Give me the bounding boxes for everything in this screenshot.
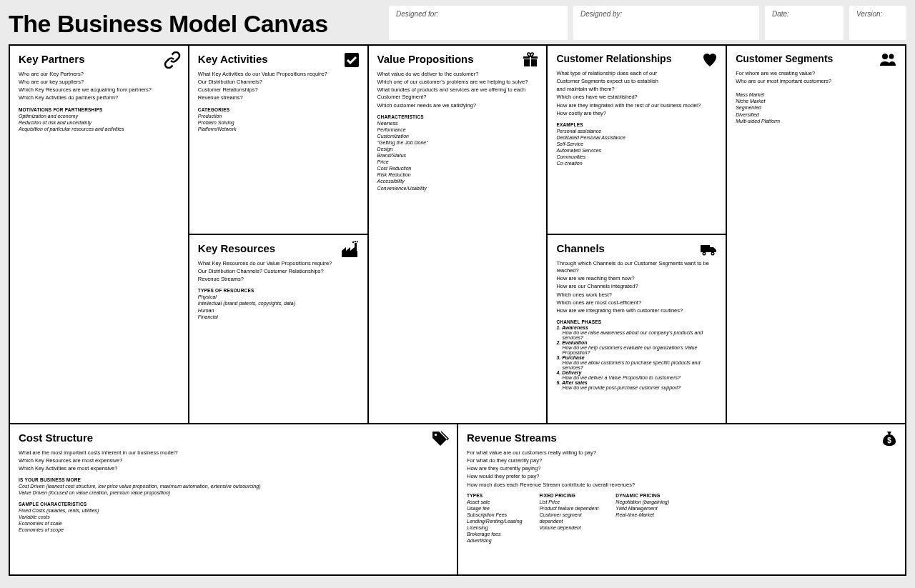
svg-rect-1 [342,251,357,257]
cell-key-partners: Key Partners Who are our Key Partners? W… [10,46,188,423]
meta-date[interactable]: Date: [765,6,844,40]
heart-icon [701,51,718,69]
svg-rect-6 [524,59,530,66]
svg-rect-10 [701,245,710,252]
checkbox-icon [343,51,360,69]
cell-title: Revenue Streams [467,432,896,444]
svg-rect-2 [355,243,357,251]
truck-icon [698,241,718,258]
svg-point-3 [352,241,353,243]
cell-revenue-streams: Revenue Streams $ For what value are our… [457,424,905,574]
price-tag-icon [430,430,450,447]
svg-rect-7 [531,59,537,66]
svg-point-14 [712,253,713,254]
cell-customer-relationships: Customer Relationships What type of rela… [548,46,726,234]
cell-cost-structure: Cost Structure What are the most importa… [10,424,457,574]
svg-point-17 [435,434,437,436]
cell-key-activities: Key Activities What Key Activities do ou… [189,46,367,234]
page-title: The Business Model Canvas [9,6,382,38]
cell-channels: Channels Through which Channels do our C… [548,235,726,423]
svg-text:$: $ [887,437,891,444]
svg-rect-8 [523,56,530,59]
meta-version[interactable]: Version: [849,6,906,40]
cell-customer-segments: Customer Segments For whom are we creati… [727,46,905,423]
cell-title: Value Propositions [377,53,538,65]
canvas-grid: Key Partners Who are our Key Partners? W… [9,44,906,576]
cell-key-resources: Key Resources What Key Resources do our … [189,235,367,423]
cell-title: Key Resources [198,242,359,254]
cell-title: Customer Relationships [556,53,717,64]
cell-title: Channels [556,242,717,254]
cell-value-propositions: Value Propositions What value do we deli… [369,46,547,423]
meta-designed-by[interactable]: Designed by: [573,6,759,40]
money-bag-icon: $ [881,430,898,447]
svg-point-4 [354,241,356,242]
cell-title: Key Partners [19,53,179,65]
people-icon [878,51,898,69]
meta-designed-for[interactable]: Designed for: [389,6,568,40]
gift-icon [522,51,539,69]
svg-point-16 [889,54,894,59]
cell-title: Cost Structure [19,432,448,444]
link-icon [164,51,181,69]
svg-rect-9 [531,56,538,59]
svg-point-12 [703,253,705,254]
cell-title: Customer Segments [736,53,896,64]
svg-point-15 [882,54,888,59]
factory-icon [339,241,360,258]
svg-point-5 [356,241,357,242]
cell-title: Key Activities [198,53,359,65]
